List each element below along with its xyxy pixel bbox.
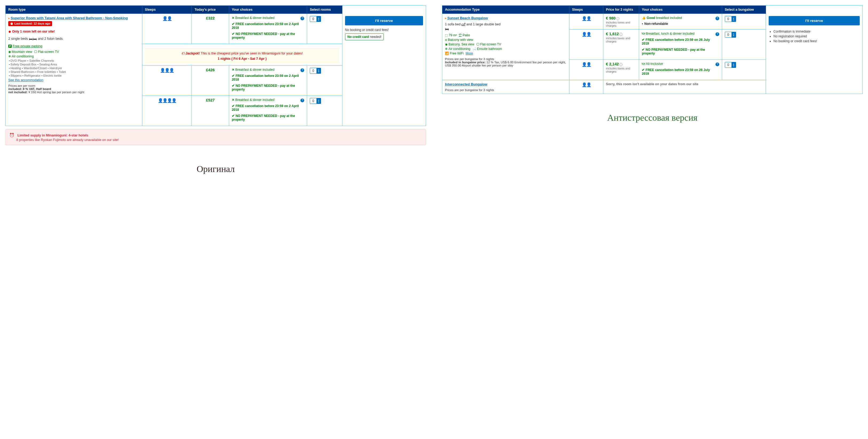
balcony-icon: ⧈ xyxy=(445,38,447,42)
price-cell: € 2,142iincludes taxes and charges xyxy=(603,60,639,80)
choices-cell: ✕Breakfast & dinner included? ✔FREE canc… xyxy=(229,96,307,126)
check-icon: ✔ xyxy=(232,32,235,36)
col-price: Price for 3 nights xyxy=(603,6,639,14)
jackpot-row: 🏷Jackpot! This is the cheapest price you… xyxy=(142,44,342,66)
sleeps-cell: 👤👤 xyxy=(142,14,192,44)
select-rooms-cell: 0▲▼ xyxy=(722,60,766,80)
select-rooms-cell: 0▲▼ xyxy=(722,14,766,30)
price-cell: € 1,612iincludes taxes and charges xyxy=(603,30,639,60)
eye-icon: ◉ xyxy=(8,50,11,54)
price-cell: £322 xyxy=(192,14,229,44)
col-price: Today's price xyxy=(192,6,229,14)
cutlery-icon: ✕ xyxy=(232,16,235,20)
choices-cell: ✕Breakfast & dinner included? ✔FREE canc… xyxy=(229,66,307,96)
no-credit-card-badge: No credit card needed! xyxy=(345,33,384,40)
reserve-button[interactable]: I'll reserve xyxy=(769,16,860,25)
reserve-cell: I'll reserve Confirmation is immediate N… xyxy=(766,14,862,94)
col-choices: Your choices xyxy=(639,6,722,14)
cutlery-icon: ✕ xyxy=(232,68,235,71)
help-icon[interactable]: ? xyxy=(715,32,719,36)
choices-cell: 👍Good breakfast included? •Non-refundabl… xyxy=(639,14,722,30)
caption-right: Антистрессовая версия xyxy=(442,113,863,123)
col-room-type: Accommodation Type xyxy=(442,6,569,14)
check-icon: ✔ xyxy=(232,114,235,118)
select-rooms-cell: 0▲▼ xyxy=(307,14,342,44)
cutlery-icon: 🍽 xyxy=(642,32,645,35)
info-icon[interactable]: i xyxy=(619,33,623,36)
free-parking-link[interactable]: Free private parking xyxy=(12,44,42,48)
col-sleeps: Sleeps xyxy=(569,6,603,14)
amenity-row: Heating • Wardrobe/Closet • Hairdryer xyxy=(10,66,62,70)
wifi-icon: 📶 xyxy=(445,52,449,55)
booking-table-left: Room type Sleeps Today's price Your choi… xyxy=(5,5,426,126)
caret-icon: ▸ xyxy=(445,16,446,20)
thumbs-up-icon: 👍 xyxy=(642,16,646,20)
help-icon[interactable]: ? xyxy=(715,17,719,20)
help-icon[interactable]: ? xyxy=(301,68,304,72)
quantity-stepper[interactable]: 0▲▼ xyxy=(310,98,321,104)
col-select: Select a bungalow xyxy=(722,6,766,14)
info-icon[interactable]: i xyxy=(616,17,619,20)
amenity-row: Slippers • Refrigerator • Electric kettl… xyxy=(10,74,61,77)
reserve-button[interactable]: I'll reserve xyxy=(345,16,423,25)
quantity-stepper[interactable]: 0▲▼ xyxy=(725,62,736,68)
booking-table-right: Accommodation Type Sleeps Price for 3 ni… xyxy=(442,5,863,94)
person-icon: 👤👤 xyxy=(582,83,591,87)
info-icon[interactable]: i xyxy=(619,63,623,66)
room-title-link[interactable]: Sunset Beach Bungalow xyxy=(447,16,488,20)
reserve-note: No booking or credit card fees! xyxy=(345,28,423,32)
person-icon: 👤👤 xyxy=(582,32,591,37)
snowflake-icon: ❄ xyxy=(8,55,11,58)
room-title-link[interactable]: Interconnected Bungalow xyxy=(445,82,488,86)
check-icon: ✔ xyxy=(232,84,235,88)
sleeps-cell: 👤👤👤 xyxy=(142,66,192,96)
select-rooms-cell: 0▲▼ xyxy=(307,66,342,96)
clock-icon: ⏰ xyxy=(10,22,13,25)
amenity-row: Shared Bathroom • Free toiletries • Toil… xyxy=(10,70,66,73)
help-icon[interactable]: ? xyxy=(301,17,304,20)
parking-badge-icon: P xyxy=(8,44,12,48)
quantity-stepper[interactable]: 0▲▼ xyxy=(725,16,736,22)
help-icon[interactable]: ? xyxy=(715,62,719,66)
area-icon: ⬚ xyxy=(445,33,448,37)
check-icon: ✔ xyxy=(232,104,235,108)
quantity-stepper[interactable]: 0▲▼ xyxy=(310,68,321,74)
snowflake-icon: ❄ xyxy=(445,47,447,51)
room2-info-cell: Interconnected Bungalow Prices are per b… xyxy=(442,80,569,94)
price-cell: € 980iincludes taxes and charges xyxy=(603,14,639,30)
person-icon: 👤👤👤👤 xyxy=(158,98,176,103)
see-accommodation-link[interactable]: See this accommodation xyxy=(8,78,43,82)
room-info-cell: ▸Superior Room with Tatami Area with Sha… xyxy=(6,14,142,126)
check-icon: ✔ xyxy=(642,48,645,52)
bed-info: 2 single beds 🛏🛏 and 2 futon beds xyxy=(8,37,140,41)
more-link[interactable]: More xyxy=(466,52,473,55)
amenity-row: Safety Deposit Box • Seating Area xyxy=(10,63,57,66)
price-cell: £426 xyxy=(192,66,229,96)
col-select: Select rooms xyxy=(307,6,342,14)
tag-icon: 🏷 xyxy=(182,52,185,55)
quantity-stepper[interactable]: 0▲▼ xyxy=(725,32,736,38)
tv-icon: 🖵 xyxy=(476,42,479,46)
person-icon: 👤👤 xyxy=(582,16,591,21)
check-icon: ✔ xyxy=(232,74,235,78)
col-room-type: Room type xyxy=(6,6,142,14)
sleeps-cell: 👤👤 xyxy=(569,80,603,94)
tv-icon: 🖵 xyxy=(34,50,37,54)
cutlery-icon: ✕ xyxy=(232,98,235,102)
cutlery-icon: 🍽 xyxy=(642,62,645,66)
single-bed-icon: 🛏🛏 xyxy=(29,37,37,41)
check-icon: ✔ xyxy=(232,22,235,26)
select-rooms-cell: 0▲▼ xyxy=(722,30,766,60)
caret-icon: ▸ xyxy=(8,16,10,20)
price-description: Prices are per room included: 8 % VAT, H… xyxy=(8,84,140,94)
select-rooms-cell: 0▲▼ xyxy=(307,96,342,126)
room-title-link[interactable]: Superior Room with Tatami Area with Shar… xyxy=(11,16,128,20)
bed-info: 1 sofa bed 🛋 and 1 large double bed 🛏 xyxy=(445,22,566,31)
sleeps-cell: 👤👤 xyxy=(569,30,603,60)
scarcity-text: Only 1 room left on our site! xyxy=(12,30,55,33)
quantity-stepper[interactable]: 0▲▼ xyxy=(310,16,321,22)
help-icon[interactable]: ? xyxy=(301,98,304,102)
right-panel: Accommodation Type Sleeps Price for 3 ni… xyxy=(442,5,863,123)
left-panel: Room type Sleeps Today's price Your choi… xyxy=(5,5,426,174)
view-icon: ◉ xyxy=(445,42,447,46)
